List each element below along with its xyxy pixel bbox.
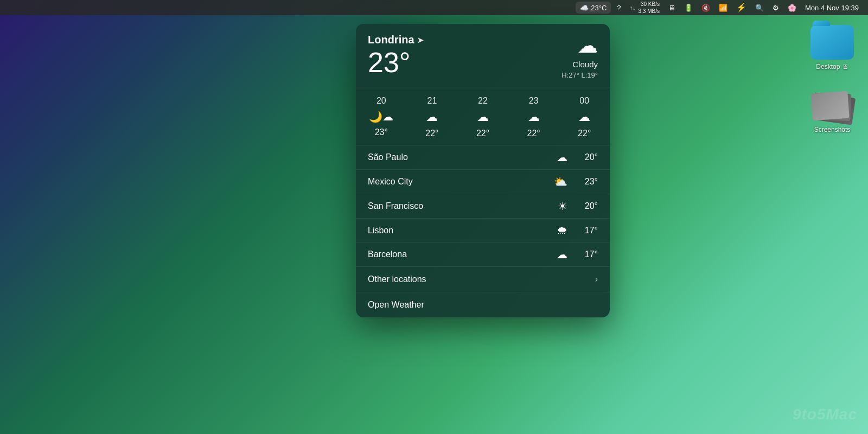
mute-icon: 🔇 [701, 4, 710, 12]
hour-temp-4: 22° [578, 129, 591, 138]
desktop-icons: Desktop 🖥 Screenshots [807, 22, 857, 137]
current-weather-right: ☁ Cloudy H:27° L:19° [561, 34, 598, 79]
city-icon-barcelona: ☁ [557, 248, 567, 261]
control-center-menubar-item[interactable]: ⚙ [770, 2, 782, 14]
city-row-san-francisco[interactable]: San Francisco ☀ 20° [356, 194, 610, 219]
hour-icon-0: 🌙☁ [369, 110, 393, 123]
city-row-lisbon[interactable]: Lisbon 🌧 17° [356, 219, 610, 242]
user-avatar-icon: 🌸 [788, 4, 796, 12]
current-condition-icon: ☁ [577, 34, 598, 58]
city-row-sao-paulo[interactable]: São Paulo ☁ 20° [356, 145, 610, 170]
weather-temp-label: 23°C [591, 4, 607, 12]
city-temp-lisbon: 17° [576, 226, 598, 235]
hour-temp-3: 22° [527, 129, 540, 138]
display-icon: 🖥 [668, 4, 675, 12]
city-name-san-francisco: San Francisco [368, 201, 558, 211]
city-temp-san-francisco: 20° [576, 201, 598, 211]
open-weather-row[interactable]: Open Weather [356, 292, 610, 317]
hour-icon-2: ☁ [477, 110, 489, 124]
hour-label-2: 22 [478, 96, 488, 106]
battery-menubar-item[interactable]: 🔋 [681, 2, 695, 14]
menubar: ☁️ 23°C ? ↑↓ 30 KB/s 3,3 MB/s 🖥 🔋 🔇 [0, 0, 868, 15]
location-row: Londrina ➤ [368, 34, 424, 46]
hi-lo-label: H:27° L:19° [561, 71, 598, 79]
hour-label-3: 23 [529, 96, 539, 106]
city-row-barcelona[interactable]: Barcelona ☁ 17° [356, 242, 610, 267]
weather-cloud-icon: ☁️ [580, 4, 589, 12]
city-name-lisbon: Lisbon [368, 226, 557, 235]
screenshot-card-3 [810, 91, 849, 121]
other-locations-row[interactable]: Other locations › [356, 267, 610, 292]
bluetooth-menubar-item[interactable]: ⚡ [733, 2, 749, 14]
hour-col-0: 20 🌙☁ 23° [356, 94, 407, 141]
open-weather-label: Open Weather [368, 300, 424, 309]
datetime-label: Mon 4 Nov 19:39 [805, 4, 859, 12]
hour-temp-1: 22° [425, 129, 438, 138]
screenshots-label: Screenshots [814, 126, 851, 133]
city-temp-mexico-city: 23° [576, 177, 598, 187]
hour-label-0: 20 [376, 96, 386, 106]
network-arrows-icon: ↑↓ [630, 4, 636, 11]
hour-label-1: 21 [427, 96, 437, 106]
city-icon-mexico-city: ⛅ [554, 175, 567, 188]
city-icon-lisbon: 🌧 [557, 224, 567, 237]
weather-popup: Londrina ➤ 23° ☁ Cloudy H:27° L:19° 20 🌙… [356, 24, 610, 317]
other-locations-label: Other locations [368, 275, 426, 284]
control-center-icon: ⚙ [773, 4, 779, 12]
mute-menubar-item[interactable]: 🔇 [699, 2, 713, 14]
hour-temp-0: 23° [375, 127, 388, 137]
location-arrow-icon: ➤ [417, 36, 424, 44]
network-upload-label: 30 KB/s [641, 1, 660, 8]
cities-section: São Paulo ☁ 20° Mexico City ⛅ 23° San Fr… [356, 145, 610, 267]
city-icon-san-francisco: ☀ [558, 200, 567, 213]
current-weather-section: Londrina ➤ 23° ☁ Cloudy H:27° L:19° [356, 24, 610, 87]
battery-icon: 🔋 [684, 4, 693, 12]
wifi-menubar-item[interactable]: 📶 [716, 2, 730, 14]
bluetooth-icon: ⚡ [736, 3, 746, 12]
city-name-sao-paulo: São Paulo [368, 152, 557, 162]
user-avatar-menubar-item[interactable]: 🌸 [785, 2, 799, 14]
datetime-menubar-item[interactable]: Mon 4 Nov 19:39 [802, 2, 861, 14]
help-menubar-item[interactable]: ? [614, 2, 623, 14]
network-menubar-item[interactable]: ↑↓ 30 KB/s 3,3 MB/s [627, 2, 662, 14]
hour-temp-2: 22° [476, 129, 489, 138]
desktop-folder-icon[interactable]: Desktop 🖥 [807, 22, 857, 74]
hour-col-1: 21 ☁ 22° [407, 94, 458, 141]
help-label: ? [617, 4, 621, 12]
search-menubar-item[interactable]: 🔍 [752, 2, 767, 14]
city-temp-sao-paulo: 20° [576, 152, 598, 162]
hourly-section: 20 🌙☁ 23° 21 ☁ 22° 22 ☁ 22° 23 ☁ 22° 00 [356, 87, 610, 145]
hour-icon-3: ☁ [528, 110, 540, 124]
screenshots-icon[interactable]: Screenshots [807, 85, 857, 137]
hourly-grid: 20 🌙☁ 23° 21 ☁ 22° 22 ☁ 22° 23 ☁ 22° 00 [356, 94, 610, 141]
watermark: 9to5Mac [793, 406, 857, 423]
hour-label-4: 00 [579, 96, 589, 106]
search-icon: 🔍 [755, 4, 764, 12]
hour-icon-1: ☁ [426, 110, 438, 124]
desktop-folder-label: Desktop 🖥 [816, 63, 848, 71]
city-row-mexico-city[interactable]: Mexico City ⛅ 23° [356, 170, 610, 194]
chevron-right-icon: › [595, 275, 598, 284]
wifi-icon: 📶 [719, 4, 727, 12]
city-name-barcelona: Barcelona [368, 250, 557, 259]
city-name-mexico-city: Mexico City [368, 177, 554, 187]
hour-col-4: 00 ☁ 22° [559, 94, 610, 141]
city-temp-barcelona: 17° [576, 250, 598, 259]
current-weather-left: Londrina ➤ 23° [368, 34, 424, 76]
weather-menubar-item[interactable]: ☁️ 23°C [576, 2, 611, 14]
current-condition-label: Cloudy [572, 60, 598, 69]
network-download-label: 3,3 MB/s [639, 8, 660, 15]
current-temp-label: 23° [368, 48, 424, 76]
display-menubar-item[interactable]: 🖥 [666, 2, 678, 14]
hour-col-3: 23 ☁ 22° [508, 94, 559, 141]
hour-col-2: 22 ☁ 22° [457, 94, 508, 141]
city-icon-sao-paulo: ☁ [557, 151, 567, 164]
hour-icon-4: ☁ [578, 110, 590, 124]
location-name-label: Londrina [368, 34, 414, 46]
screenshot-stack [810, 88, 854, 123]
folder-icon-shape [810, 25, 854, 60]
